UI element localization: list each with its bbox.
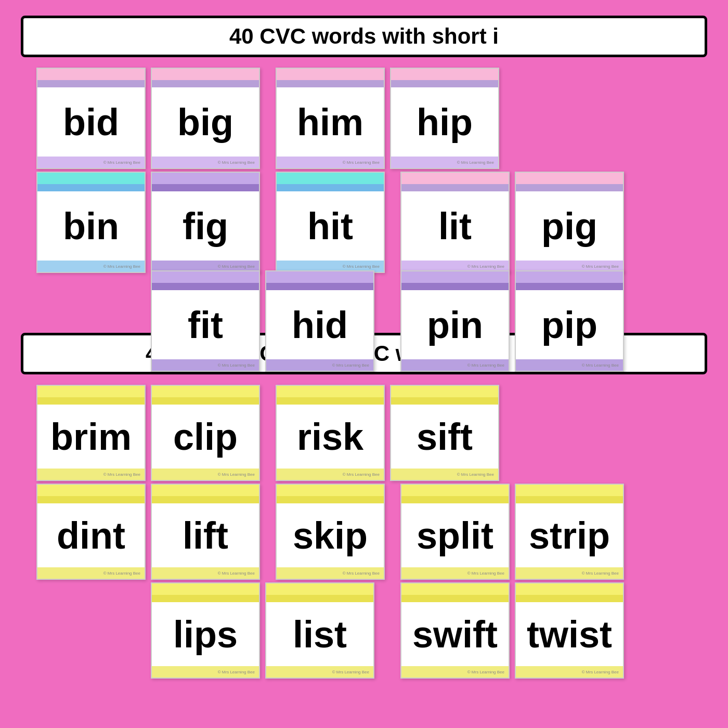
card-top-bar <box>516 173 623 184</box>
card-footer: © Mrs Learning Bee <box>277 567 384 579</box>
card-middle-bar <box>152 80 259 87</box>
card-top-bar <box>152 173 259 184</box>
copyright-text: © Mrs Learning Bee <box>343 571 380 576</box>
card-word: swift <box>401 602 509 666</box>
card-footer: © Mrs Learning Bee <box>391 157 498 168</box>
copyright-text: © Mrs Learning Bee <box>343 264 380 269</box>
card-footer: © Mrs Learning Bee <box>516 359 623 371</box>
card-middle-bar <box>37 397 145 405</box>
cvcc-cards-area: brim© Mrs Learning Beeclip© Mrs Learning… <box>21 385 707 655</box>
copyright-text: © Mrs Learning Bee <box>467 264 504 269</box>
card-word: strip <box>516 503 623 567</box>
card-middle-bar <box>277 80 384 87</box>
card-word: brim <box>37 405 145 469</box>
card-middle-bar <box>516 283 623 290</box>
card-middle-bar <box>401 496 509 503</box>
card-middle-bar <box>516 595 623 602</box>
copyright-text: © Mrs Learning Bee <box>218 264 255 269</box>
word-card: big© Mrs Learning Bee <box>151 68 260 169</box>
card-word: dint <box>37 503 145 567</box>
copyright-text: © Mrs Learning Bee <box>218 472 255 477</box>
card-word: bid <box>37 87 145 157</box>
copyright-text: © Mrs Learning Bee <box>332 363 369 368</box>
card-top-bar <box>277 386 384 397</box>
card-middle-bar <box>37 496 145 503</box>
word-card: clip© Mrs Learning Bee <box>151 385 260 481</box>
card-footer: © Mrs Learning Bee <box>266 359 373 371</box>
card-footer: © Mrs Learning Bee <box>37 157 145 168</box>
card-word: hip <box>391 87 498 157</box>
card-word: split <box>401 503 509 567</box>
card-top-bar <box>152 485 259 496</box>
card-top-bar <box>391 386 498 397</box>
card-middle-bar <box>516 184 623 191</box>
copyright-text: © Mrs Learning Bee <box>582 363 619 368</box>
card-word: fit <box>152 290 259 359</box>
word-card: him© Mrs Learning Bee <box>276 68 385 169</box>
card-footer: © Mrs Learning Bee <box>152 359 259 371</box>
card-middle-bar <box>401 184 509 191</box>
card-footer: © Mrs Learning Bee <box>266 666 373 678</box>
card-middle-bar <box>152 283 259 290</box>
word-card: skip© Mrs Learning Bee <box>276 484 385 580</box>
word-card: list© Mrs Learning Bee <box>265 582 374 679</box>
word-card: fig© Mrs Learning Bee <box>151 172 260 273</box>
card-word: bin <box>37 191 145 261</box>
card-top-bar <box>277 485 384 496</box>
word-card: strip© Mrs Learning Bee <box>515 484 624 580</box>
card-word: lift <box>152 503 259 567</box>
copyright-text: © Mrs Learning Bee <box>582 571 619 576</box>
card-middle-bar <box>277 184 384 191</box>
card-middle-bar <box>152 184 259 191</box>
word-card: dint© Mrs Learning Bee <box>36 484 146 580</box>
card-top-bar <box>152 271 259 283</box>
word-card: sift© Mrs Learning Bee <box>390 385 499 481</box>
card-top-bar <box>277 173 384 184</box>
card-word: lips <box>152 602 259 666</box>
card-footer: © Mrs Learning Bee <box>277 469 384 480</box>
word-card: lit© Mrs Learning Bee <box>400 172 510 273</box>
word-card: risk© Mrs Learning Bee <box>276 385 385 481</box>
card-word: pig <box>516 191 623 261</box>
card-top-bar <box>516 583 623 595</box>
card-word: him <box>277 87 384 157</box>
card-middle-bar <box>401 283 509 290</box>
card-top-bar <box>401 173 509 184</box>
card-word: risk <box>277 405 384 469</box>
word-card: pig© Mrs Learning Bee <box>515 172 624 273</box>
copyright-text: © Mrs Learning Bee <box>103 472 140 477</box>
copyright-text: © Mrs Learning Bee <box>103 264 140 269</box>
cvc-title: 40 CVC words with short i <box>21 16 707 57</box>
card-middle-bar <box>277 397 384 405</box>
word-card: swift© Mrs Learning Bee <box>400 582 510 679</box>
word-card: brim© Mrs Learning Bee <box>36 385 146 481</box>
cvc-cards-area: bid© Mrs Learning Beebig© Mrs Learning B… <box>21 68 707 317</box>
card-middle-bar <box>152 397 259 405</box>
card-footer: © Mrs Learning Bee <box>37 567 145 579</box>
copyright-text: © Mrs Learning Bee <box>103 571 140 576</box>
card-top-bar <box>516 271 623 283</box>
card-word: big <box>152 87 259 157</box>
copyright-text: © Mrs Learning Bee <box>218 571 255 576</box>
card-word: fig <box>152 191 259 261</box>
card-word: pin <box>401 290 509 359</box>
card-middle-bar <box>391 80 498 87</box>
card-word: hit <box>277 191 384 261</box>
card-footer: © Mrs Learning Bee <box>152 469 259 480</box>
word-card: fit© Mrs Learning Bee <box>151 270 260 372</box>
copyright-text: © Mrs Learning Bee <box>218 670 255 674</box>
card-word: list <box>266 602 373 666</box>
card-word: lit <box>401 191 509 261</box>
card-word: skip <box>277 503 384 567</box>
card-top-bar <box>37 386 145 397</box>
copyright-text: © Mrs Learning Bee <box>467 363 504 368</box>
card-top-bar <box>266 271 373 283</box>
card-top-bar <box>401 583 509 595</box>
word-card: pip© Mrs Learning Bee <box>515 270 624 372</box>
page-wrapper: 40 CVC words with short i bid© Mrs Learn… <box>0 0 728 728</box>
card-footer: © Mrs Learning Bee <box>401 359 509 371</box>
card-footer: © Mrs Learning Bee <box>516 567 623 579</box>
card-top-bar <box>277 69 384 80</box>
card-footer: © Mrs Learning Bee <box>277 157 384 168</box>
card-middle-bar <box>37 184 145 191</box>
